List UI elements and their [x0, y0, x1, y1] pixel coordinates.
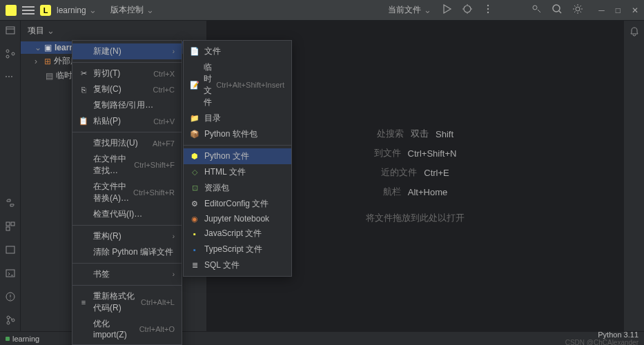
run-icon[interactable]	[441, 3, 452, 17]
svg-point-4	[533, 6, 537, 10]
main-menu-button[interactable]	[22, 6, 35, 14]
menu-bookmarks[interactable]: 书签›	[72, 266, 182, 282]
status-project[interactable]: learning	[12, 335, 39, 343]
submenu-python-file[interactable]: ⬢Python 文件	[184, 148, 291, 164]
status-indicator-icon	[6, 337, 10, 341]
svg-point-1	[487, 5, 489, 6]
menu-clean-python[interactable]: 清除 Python 编译文件	[72, 244, 182, 260]
more-tools-icon[interactable]: ⋯	[5, 72, 16, 83]
submenu-editorconfig[interactable]: ⚙EditorConfig 文件	[184, 196, 291, 212]
svg-rect-13	[6, 227, 10, 230]
svg-point-3	[487, 12, 489, 13]
svg-point-2	[487, 8, 489, 10]
submenu-scratch[interactable]: 📝临时文件Ctrl+Alt+Shift+Insert	[184, 59, 291, 110]
vcs-menu[interactable]: 版本控制	[110, 4, 154, 16]
python-console-icon[interactable]	[5, 197, 16, 208]
code-with-me-icon[interactable]	[531, 3, 542, 17]
settings-icon[interactable]	[572, 3, 583, 17]
watermark: CSDN @ChCAlexander	[565, 339, 638, 345]
search-icon[interactable]	[552, 3, 563, 17]
structure-tool-icon[interactable]	[5, 48, 16, 59]
svg-point-0	[464, 6, 471, 12]
submenu-jupyter[interactable]: ◉Jupyter Notebook	[184, 212, 291, 226]
services-icon[interactable]	[5, 244, 16, 255]
submenu-directory[interactable]: 📁目录	[184, 110, 291, 126]
submenu-sql[interactable]: ≣SQL 文件	[184, 257, 291, 273]
problems-icon[interactable]	[5, 291, 16, 302]
submenu-html-file[interactable]: ◇HTML 文件	[184, 164, 291, 180]
context-menu-main: 新建(N)› ✂剪切(T)Ctrl+X ⎘复制(C)Ctrl+C 复制路径/引用…	[72, 40, 182, 345]
submenu-resource-bundle[interactable]: ⊡资源包	[184, 180, 291, 196]
svg-point-17	[7, 316, 10, 319]
left-toolbar: ⋯	[0, 21, 21, 331]
run-config-selector[interactable]: 当前文件	[388, 4, 431, 16]
project-panel-header[interactable]: 项目	[21, 21, 206, 40]
menu-reformat[interactable]: ≡重新格式化代码(R)Ctrl+Alt+L	[72, 288, 182, 316]
terminal-icon[interactable]	[5, 268, 16, 279]
svg-point-9	[6, 55, 9, 58]
titlebar: L learning 版本控制 当前文件 ─ □ ✕	[0, 0, 644, 21]
notifications-icon[interactable]	[629, 26, 640, 37]
submenu-javascript[interactable]: ▪JavaScript 文件	[184, 226, 291, 241]
svg-point-6	[576, 7, 580, 11]
menu-paste[interactable]: 📋粘贴(P)Ctrl+V	[72, 113, 182, 129]
svg-point-5	[553, 5, 560, 12]
debug-icon[interactable]	[462, 3, 473, 17]
minimize-icon[interactable]: ─	[598, 6, 605, 15]
more-icon[interactable]	[482, 3, 494, 17]
status-python[interactable]: Python 3.11	[565, 331, 638, 339]
menu-copy-path[interactable]: 复制路径/引用…	[72, 97, 182, 113]
menu-optimize[interactable]: 优化 import(Z)Ctrl+Alt+O	[72, 316, 182, 342]
submenu-typescript[interactable]: ▪TypeScript 文件	[184, 241, 291, 257]
project-tool-icon[interactable]	[5, 25, 16, 36]
packages-icon[interactable]	[5, 221, 16, 232]
right-toolbar	[623, 21, 644, 331]
project-selector[interactable]: learning	[57, 5, 97, 15]
menu-find-in-files[interactable]: 在文件中查找…Ctrl+Shift+F	[72, 151, 182, 179]
menu-cut[interactable]: ✂剪切(T)Ctrl+X	[72, 66, 182, 81]
menu-refactor[interactable]: 重构(R)›	[72, 228, 182, 244]
close-icon[interactable]: ✕	[632, 6, 638, 15]
menu-replace-in-files[interactable]: 在文件中替换(A)…Ctrl+Shift+R	[72, 179, 182, 206]
vcs-tool-icon[interactable]	[5, 315, 16, 326]
svg-rect-15	[6, 270, 14, 277]
menu-inspect[interactable]: 检查代码(I)…	[72, 206, 182, 222]
menu-copy[interactable]: ⎘复制(C)Ctrl+C	[72, 81, 182, 97]
svg-point-8	[6, 50, 9, 52]
maximize-icon[interactable]: □	[616, 6, 621, 15]
svg-rect-12	[11, 222, 14, 226]
context-menu-new: 📄文件 📝临时文件Ctrl+Alt+Shift+Insert 📁目录 📦Pyth…	[183, 40, 292, 277]
svg-rect-7	[6, 27, 14, 34]
svg-rect-14	[6, 246, 14, 253]
svg-point-19	[12, 319, 14, 322]
app-logo-icon	[6, 5, 17, 16]
project-badge[interactable]: L	[40, 5, 51, 16]
svg-rect-11	[6, 222, 10, 226]
submenu-file[interactable]: 📄文件	[184, 43, 291, 59]
menu-find-usages[interactable]: 查找用法(U)Alt+F7	[72, 135, 182, 151]
submenu-python-package[interactable]: 📦Python 软件包	[184, 126, 291, 142]
menu-new[interactable]: 新建(N)›	[72, 43, 182, 59]
svg-point-18	[7, 322, 10, 324]
svg-point-10	[12, 52, 14, 55]
